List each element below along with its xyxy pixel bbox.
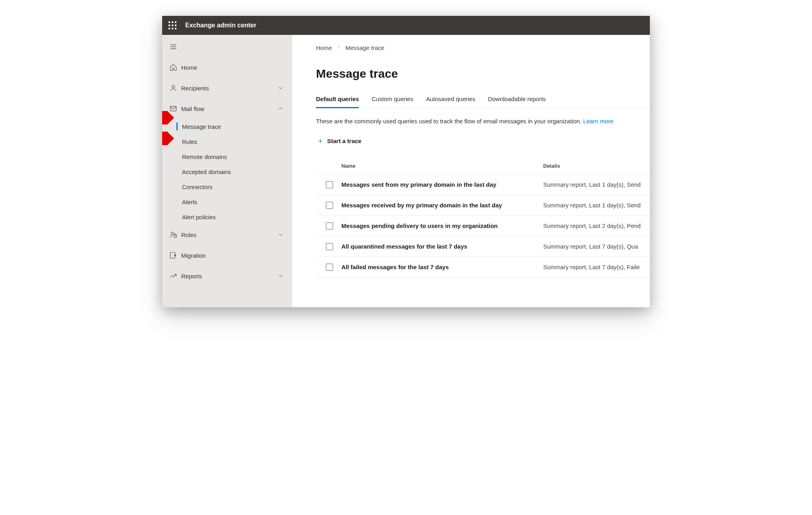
sidebar-sub-label: Rules bbox=[182, 138, 197, 145]
sidebar-toggle[interactable] bbox=[162, 38, 292, 57]
learn-more-link[interactable]: Learn more bbox=[583, 118, 614, 124]
sidebar-item-mailflow[interactable]: Mail flow bbox=[162, 98, 292, 119]
svg-point-3 bbox=[172, 85, 175, 88]
start-trace-button[interactable]: ＋ Start a trace bbox=[316, 135, 362, 147]
sidebar-sub-label: Accepted domains bbox=[182, 168, 231, 175]
table-header: Name Details bbox=[316, 158, 650, 174]
chevron-down-icon bbox=[277, 231, 284, 239]
sidebar-sub-alert-policies[interactable]: Alert policies bbox=[162, 209, 292, 224]
tab-downloadable-reports[interactable]: Downloadable reports bbox=[488, 96, 546, 108]
row-name: Messages received by my primary domain i… bbox=[341, 202, 543, 209]
roles-icon bbox=[169, 231, 177, 239]
tab-autosaved-queries[interactable]: Autosaved queries bbox=[426, 96, 475, 108]
sidebar-item-reports[interactable]: Reports bbox=[162, 266, 292, 286]
hamburger-icon bbox=[169, 43, 177, 51]
row-details: Summary report, Last 1 day(s), Send bbox=[543, 202, 648, 209]
app-title: Exchange admin center bbox=[185, 22, 257, 29]
svg-point-5 bbox=[171, 232, 174, 235]
sidebar-item-recipients[interactable]: Recipients bbox=[162, 78, 292, 98]
svg-rect-4 bbox=[170, 106, 176, 111]
row-checkbox[interactable] bbox=[326, 243, 333, 250]
sidebar-sub-connectors[interactable]: Connectors bbox=[162, 179, 292, 194]
breadcrumb-current: Message trace bbox=[345, 44, 384, 51]
sidebar-sub-label: Message trace bbox=[182, 123, 221, 130]
sidebar-item-label: Recipients bbox=[181, 85, 277, 92]
queries-table: Name Details Messages sent from my prima… bbox=[316, 158, 650, 278]
app-launcher-icon[interactable] bbox=[169, 21, 176, 29]
person-icon bbox=[169, 84, 177, 92]
annotation-2: 2 bbox=[162, 132, 168, 145]
tab-list: Default queries Custom queries Autosaved… bbox=[316, 96, 650, 108]
row-details: Summary report, Last 1 day(s), Send bbox=[543, 181, 648, 188]
sidebar-item-label: Migration bbox=[181, 252, 284, 259]
table-row[interactable]: All failed messages for the last 7 days … bbox=[316, 257, 650, 278]
row-checkbox[interactable] bbox=[326, 202, 333, 209]
chevron-right-icon bbox=[336, 44, 341, 51]
app-header: Exchange admin center bbox=[162, 16, 650, 35]
sidebar-item-migration[interactable]: Migration bbox=[162, 245, 292, 266]
table-row[interactable]: Messages pending delivery to users in my… bbox=[316, 216, 650, 236]
row-checkbox[interactable] bbox=[326, 264, 333, 271]
sidebar-sub-label: Alerts bbox=[182, 199, 197, 205]
sidebar-item-label: Home bbox=[181, 64, 284, 71]
app-body: 1 2 Home Recipients Mail flow bbox=[162, 35, 650, 307]
chevron-down-icon bbox=[277, 272, 284, 280]
tab-description: These are the commonly used queries used… bbox=[316, 118, 650, 124]
sidebar-sub-rules[interactable]: Rules bbox=[162, 134, 292, 149]
sidebar-item-label: Roles bbox=[181, 232, 277, 238]
chevron-down-icon bbox=[277, 84, 284, 92]
sidebar-sub-label: Remote domains bbox=[182, 153, 227, 160]
app-window: Exchange admin center 1 2 Home Recipient… bbox=[162, 16, 650, 307]
sidebar-sub-alerts[interactable]: Alerts bbox=[162, 194, 292, 209]
svg-rect-6 bbox=[174, 235, 177, 237]
sidebar: Home Recipients Mail flow Message trace … bbox=[162, 35, 292, 307]
row-name: Messages pending delivery to users in my… bbox=[341, 222, 543, 229]
column-header-name[interactable]: Name bbox=[341, 163, 543, 169]
sidebar-sub-label: Connectors bbox=[182, 184, 213, 190]
row-checkbox[interactable] bbox=[326, 222, 333, 230]
row-name: All failed messages for the last 7 days bbox=[341, 264, 543, 270]
breadcrumb: Home Message trace bbox=[316, 44, 650, 51]
sidebar-sub-label: Alert policies bbox=[182, 214, 216, 220]
row-details: Summary report, Last 2 day(s), Pend bbox=[543, 222, 648, 229]
table-row[interactable]: Messages received by my primary domain i… bbox=[316, 195, 650, 216]
tab-custom-queries[interactable]: Custom queries bbox=[372, 96, 413, 108]
table-row[interactable]: All quarantined messages for the last 7 … bbox=[316, 236, 650, 257]
table-row[interactable]: Messages sent from my primary domain in … bbox=[316, 174, 650, 195]
row-checkbox[interactable] bbox=[326, 181, 333, 188]
sidebar-sub-message-trace[interactable]: Message trace bbox=[162, 119, 292, 134]
home-icon bbox=[169, 63, 177, 71]
plus-icon: ＋ bbox=[317, 137, 324, 144]
annotation-1: 1 bbox=[162, 111, 168, 124]
tab-default-queries[interactable]: Default queries bbox=[316, 96, 359, 108]
row-name: Messages sent from my primary domain in … bbox=[341, 181, 543, 188]
sidebar-sub-remote-domains[interactable]: Remote domains bbox=[162, 149, 292, 164]
sidebar-item-label: Mail flow bbox=[181, 105, 277, 112]
start-trace-label: Start a trace bbox=[327, 138, 362, 144]
sidebar-item-roles[interactable]: Roles bbox=[162, 224, 292, 245]
reports-icon bbox=[169, 272, 177, 280]
row-details: Summary report, Last 7 day(s), Qua bbox=[543, 243, 648, 250]
column-header-details[interactable]: Details bbox=[543, 163, 648, 169]
sidebar-item-label: Reports bbox=[181, 273, 277, 280]
row-details: Summary report, Last 7 day(s), Faile bbox=[543, 264, 648, 270]
migration-icon bbox=[169, 251, 177, 259]
row-name: All quarantined messages for the last 7 … bbox=[341, 243, 543, 250]
page-title: Message trace bbox=[316, 67, 650, 80]
chevron-up-icon bbox=[277, 105, 284, 113]
breadcrumb-home[interactable]: Home bbox=[316, 44, 332, 51]
main-content: Home Message trace Message trace Default… bbox=[292, 35, 650, 307]
sidebar-sub-accepted-domains[interactable]: Accepted domains bbox=[162, 164, 292, 179]
sidebar-item-home[interactable]: Home bbox=[162, 57, 292, 78]
